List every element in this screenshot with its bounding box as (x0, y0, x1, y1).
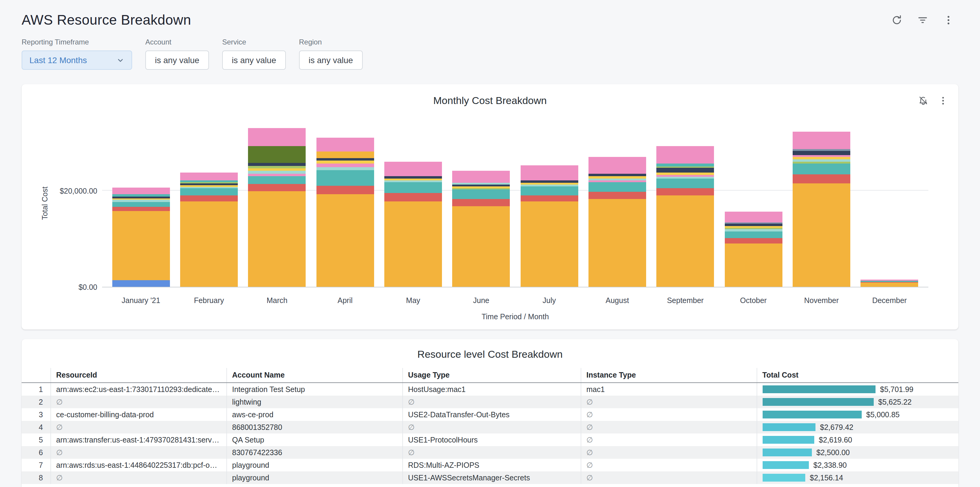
bar-segment[interactable] (589, 174, 646, 176)
bar-segment[interactable] (861, 283, 918, 287)
bar-segment[interactable] (112, 200, 170, 202)
bar-segment[interactable] (316, 167, 374, 170)
bar-segment[interactable] (793, 163, 850, 174)
column-header[interactable]: ResourceId (51, 368, 226, 383)
bar-segment[interactable] (248, 168, 306, 171)
bar-segment[interactable] (248, 176, 306, 184)
bar-segment[interactable] (248, 171, 306, 174)
bar-segment[interactable] (248, 146, 306, 163)
bar-segment[interactable] (657, 188, 714, 195)
bar-segment[interactable] (657, 168, 714, 172)
bar-segment[interactable] (520, 195, 578, 201)
table-row[interactable]: 6∅830767422336∅∅$2,500.00 (22, 446, 958, 459)
bar-segment[interactable] (316, 138, 374, 152)
stacked-bar[interactable] (657, 146, 714, 287)
bar-segment[interactable] (657, 146, 714, 164)
bar-segment[interactable] (452, 206, 510, 287)
bar-segment[interactable] (112, 194, 170, 197)
dashboard-menu-button[interactable] (941, 13, 956, 28)
table-row[interactable]: 4∅868001352780∅∅$2,679.42 (22, 421, 958, 433)
service-filter-button[interactable]: is any value (222, 51, 286, 70)
bar-segment[interactable] (724, 244, 782, 287)
bar-segment[interactable] (657, 195, 714, 287)
table-row[interactable]: 5arn:aws:transfer:us-east-1:479370281431… (22, 433, 958, 446)
bar-segment[interactable] (724, 238, 782, 244)
bar-segment[interactable] (724, 224, 782, 226)
bar-segment[interactable] (316, 194, 374, 287)
bar-segment[interactable] (589, 192, 646, 199)
stacked-bar[interactable] (180, 172, 238, 287)
stacked-bar[interactable] (384, 161, 442, 287)
bar-segment[interactable] (180, 202, 238, 287)
refresh-button[interactable] (889, 13, 904, 28)
table-row[interactable]: 3ce-customer-billing-data-prodaws-ce-pro… (22, 408, 958, 421)
bar-segment[interactable] (724, 232, 782, 238)
stacked-bar[interactable] (520, 166, 578, 287)
timeframe-select[interactable]: Last 12 Months (22, 51, 132, 70)
bar-segment[interactable] (316, 170, 374, 186)
bar-segment[interactable] (657, 164, 714, 167)
bar-segment[interactable] (724, 212, 782, 222)
stacked-bar[interactable] (793, 132, 850, 287)
bar-segment[interactable] (793, 157, 850, 160)
table-row[interactable]: 7arn:aws:rds:us-east-1:448640225317:db:p… (22, 459, 958, 471)
stacked-bar[interactable] (452, 171, 510, 287)
bar-segment[interactable] (248, 166, 306, 168)
bar-segment[interactable] (316, 158, 374, 161)
account-filter-button[interactable]: is any value (145, 51, 209, 70)
bar-segment[interactable] (520, 201, 578, 287)
filters-toggle-button[interactable] (915, 13, 930, 28)
bar-segment[interactable] (248, 174, 306, 176)
bar-segment[interactable] (657, 179, 714, 188)
bar-segment[interactable] (793, 151, 850, 155)
bar-segment[interactable] (180, 196, 238, 202)
bar-segment[interactable] (248, 184, 306, 191)
bar-segment[interactable] (452, 189, 510, 199)
bar-segment[interactable] (793, 174, 850, 184)
bar-segment[interactable] (180, 188, 238, 196)
bar-segment[interactable] (452, 171, 510, 183)
stacked-bar[interactable] (589, 157, 646, 287)
bar-segment[interactable] (520, 186, 578, 195)
bar-segment[interactable] (112, 280, 170, 287)
bar-segment[interactable] (248, 163, 306, 166)
stacked-bar[interactable] (724, 212, 782, 287)
bar-segment[interactable] (248, 128, 306, 146)
bar-segment[interactable] (112, 202, 170, 207)
bar-segment[interactable] (793, 184, 850, 287)
bar-segment[interactable] (316, 161, 374, 164)
region-filter-button[interactable]: is any value (299, 51, 363, 70)
bar-segment[interactable] (520, 180, 578, 183)
bar-segment[interactable] (384, 182, 442, 193)
column-header[interactable]: Account Name (226, 368, 402, 383)
bar-segment[interactable] (384, 201, 442, 287)
table-row[interactable]: 2∅lightwing∅∅$5,625.22 (22, 396, 958, 408)
table-row[interactable]: 1arn:aws:ec2:us-east-1:733017110293:dedi… (22, 383, 958, 396)
bar-segment[interactable] (316, 152, 374, 158)
bar-segment[interactable] (657, 172, 714, 175)
bar-segment[interactable] (724, 229, 782, 232)
bar-segment[interactable] (316, 163, 374, 167)
stacked-bar[interactable] (112, 188, 170, 287)
bar-segment[interactable] (112, 207, 170, 211)
stacked-bar[interactable] (861, 279, 918, 287)
alert-button[interactable] (916, 94, 930, 108)
table-row[interactable]: 8∅playgroundUSE1-AWSSecretsManager-Secre… (22, 471, 958, 484)
chart-menu-button[interactable] (936, 94, 950, 108)
bar-segment[interactable] (384, 193, 442, 201)
bar-segment[interactable] (589, 157, 646, 174)
column-header[interactable]: Total Cost (757, 368, 958, 383)
bar-segment[interactable] (384, 176, 442, 178)
bar-segment[interactable] (452, 199, 510, 206)
stacked-bar[interactable] (248, 128, 306, 287)
column-header[interactable]: Usage Type (402, 368, 581, 383)
stacked-bar[interactable] (316, 138, 374, 287)
column-header[interactable]: Instance Type (581, 368, 757, 383)
bar-segment[interactable] (180, 172, 238, 180)
bar-segment[interactable] (248, 191, 306, 287)
bar-segment[interactable] (112, 211, 170, 280)
bar-segment[interactable] (112, 188, 170, 194)
bar-segment[interactable] (793, 132, 850, 149)
bar-segment[interactable] (520, 166, 578, 180)
bar-segment[interactable] (384, 161, 442, 176)
